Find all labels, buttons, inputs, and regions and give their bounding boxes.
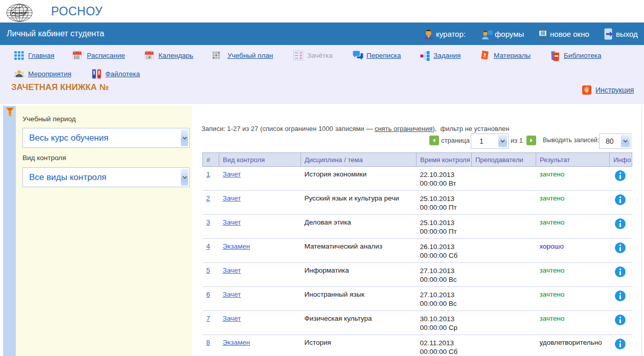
svg-text:РосНОУ: РосНОУ [12, 11, 27, 15]
